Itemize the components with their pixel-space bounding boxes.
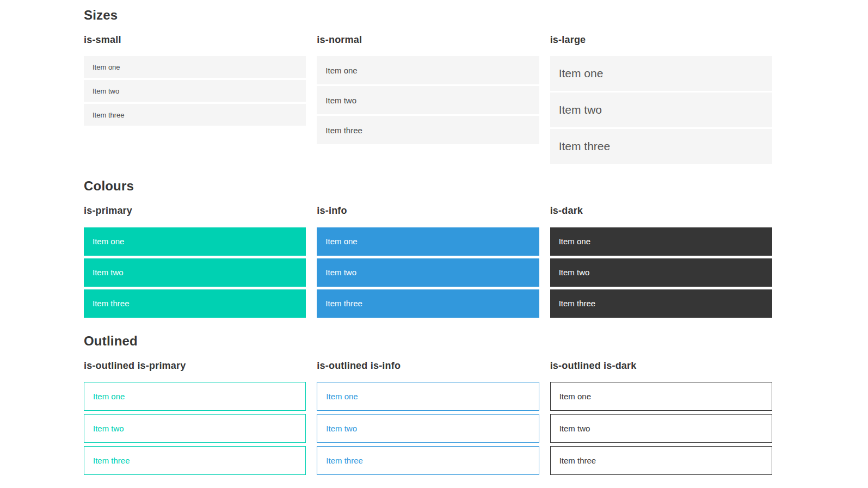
group-label-is-primary: is-primary: [84, 205, 306, 217]
list-item[interactable]: Item one: [317, 382, 539, 411]
item-list-info: Item one Item two Item three: [317, 227, 539, 318]
list-item[interactable]: Item three: [550, 446, 772, 475]
item-list-primary: Item one Item two Item three: [84, 227, 306, 318]
list-item[interactable]: Item three: [550, 289, 772, 318]
group-label-is-small: is-small: [84, 34, 306, 46]
list-item[interactable]: Item three: [84, 104, 306, 126]
component-docs-page: Sizes is-small Item one Item two Item th…: [0, 0, 868, 488]
group-label-is-large: is-large: [550, 34, 772, 46]
list-item[interactable]: Item one: [550, 227, 772, 256]
section-outlined: Outlined is-outlined is-primary Item one…: [84, 333, 772, 478]
section-title-outlined: Outlined: [84, 333, 772, 349]
group-is-normal: is-normal Item one Item two Item three: [317, 34, 539, 146]
list-item[interactable]: Item three: [317, 446, 539, 475]
item-list-small: Item one Item two Item three: [84, 56, 306, 126]
section-title-colours: Colours: [84, 178, 772, 194]
sizes-grid: is-small Item one Item two Item three is…: [84, 34, 772, 166]
item-list-outlined-primary: Item one Item two Item three: [84, 382, 306, 475]
list-item[interactable]: Item three: [317, 289, 539, 318]
list-item[interactable]: Item three: [317, 116, 539, 144]
list-item[interactable]: Item two: [317, 414, 539, 443]
list-item[interactable]: Item three: [550, 129, 772, 164]
item-list-outlined-dark: Item one Item two Item three: [550, 382, 772, 475]
group-label-is-normal: is-normal: [317, 34, 539, 46]
list-item[interactable]: Item three: [84, 446, 306, 475]
group-is-small: is-small Item one Item two Item three: [84, 34, 306, 128]
list-item[interactable]: Item three: [84, 289, 306, 318]
group-is-outlined-is-dark: is-outlined is-dark Item one Item two It…: [550, 360, 772, 479]
group-label-is-dark: is-dark: [550, 205, 772, 217]
outlined-grid: is-outlined is-primary Item one Item two…: [84, 360, 772, 479]
item-list-outlined-info: Item one Item two Item three: [317, 382, 539, 475]
colours-grid: is-primary Item one Item two Item three …: [84, 205, 772, 320]
group-is-primary: is-primary Item one Item two Item three: [84, 205, 306, 320]
list-item[interactable]: Item two: [550, 92, 772, 127]
list-item[interactable]: Item one: [84, 56, 306, 78]
list-item[interactable]: Item two: [550, 258, 772, 287]
list-item[interactable]: Item two: [84, 414, 306, 443]
list-item[interactable]: Item one: [550, 56, 772, 91]
group-is-info: is-info Item one Item two Item three: [317, 205, 539, 320]
section-title-sizes: Sizes: [84, 8, 772, 23]
item-list-dark: Item one Item two Item three: [550, 227, 772, 318]
item-list-large: Item one Item two Item three: [550, 56, 772, 164]
list-item[interactable]: Item two: [550, 414, 772, 443]
list-item[interactable]: Item one: [317, 56, 539, 84]
list-item[interactable]: Item one: [84, 382, 306, 411]
group-label-is-outlined-is-dark: is-outlined is-dark: [550, 360, 772, 372]
group-is-outlined-is-info: is-outlined is-info Item one Item two It…: [317, 360, 539, 479]
list-item[interactable]: Item two: [317, 258, 539, 287]
list-item[interactable]: Item two: [317, 86, 539, 114]
list-item[interactable]: Item two: [84, 80, 306, 102]
group-label-is-outlined-is-primary: is-outlined is-primary: [84, 360, 306, 372]
group-label-is-info: is-info: [317, 205, 539, 217]
group-is-outlined-is-primary: is-outlined is-primary Item one Item two…: [84, 360, 306, 479]
list-item[interactable]: Item one: [84, 227, 306, 256]
list-item[interactable]: Item one: [550, 382, 772, 411]
group-is-dark: is-dark Item one Item two Item three: [550, 205, 772, 320]
group-label-is-outlined-is-info: is-outlined is-info: [317, 360, 539, 372]
list-item[interactable]: Item one: [317, 227, 539, 256]
list-item[interactable]: Item two: [84, 258, 306, 287]
group-is-large: is-large Item one Item two Item three: [550, 34, 772, 166]
section-sizes: Sizes is-small Item one Item two Item th…: [84, 8, 772, 165]
section-colours: Colours is-primary Item one Item two Ite…: [84, 178, 772, 320]
item-list-normal: Item one Item two Item three: [317, 56, 539, 144]
